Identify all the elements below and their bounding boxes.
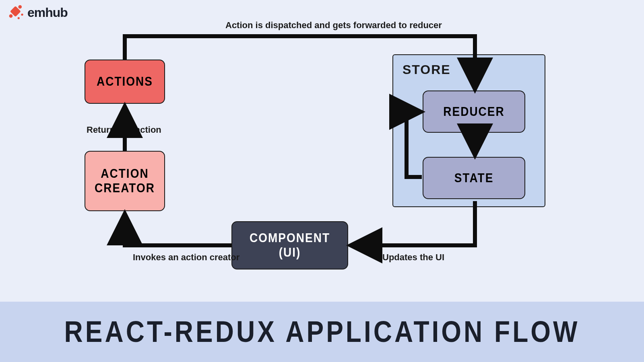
reducer-node-label: REDUCER	[443, 105, 504, 119]
arrow-component-to-creator	[125, 215, 231, 245]
arrow-state-to-component	[352, 201, 475, 245]
store-label: STORE	[402, 62, 451, 77]
action-creator-node: ACTION CREATOR	[85, 151, 165, 211]
component-node-label: COMPONENT (UI)	[250, 231, 330, 260]
diagram-title: REACT-REDUX APPLICATION FLOW	[64, 315, 580, 349]
edge-updates-ui-label: Updates the UI	[382, 252, 444, 263]
action-creator-node-label: ACTION CREATOR	[95, 167, 155, 195]
component-node: COMPONENT (UI)	[231, 221, 348, 269]
edge-returns-action-label: Returns an action	[87, 125, 161, 135]
actions-node-label: ACTIONS	[97, 74, 153, 89]
reducer-node: REDUCER	[423, 90, 525, 133]
title-band: REACT-REDUX APPLICATION FLOW	[0, 302, 644, 362]
edge-dispatch-label: Action is dispatched and gets forwarded …	[225, 20, 442, 31]
state-node: STATE	[423, 157, 525, 199]
edge-invokes-creator-label: Invokes an action creator	[133, 252, 239, 263]
state-node-label: STATE	[454, 171, 494, 185]
actions-node: ACTIONS	[85, 60, 165, 104]
